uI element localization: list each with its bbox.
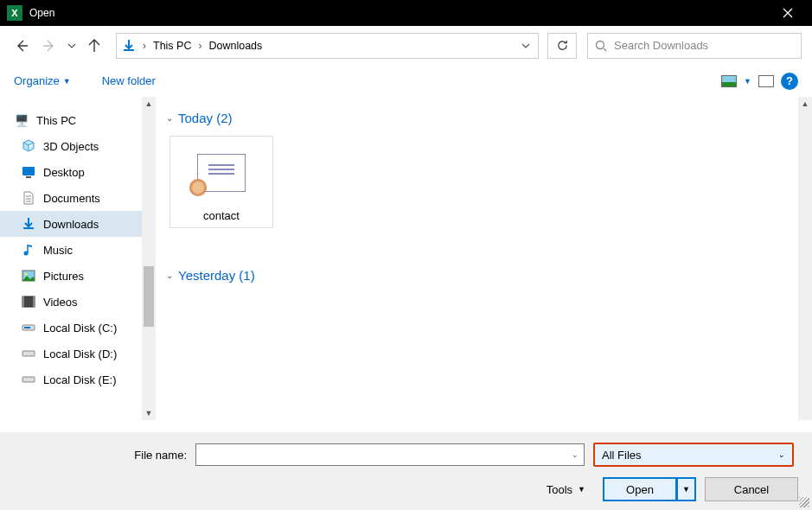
tree-local-disk-d[interactable]: Local Disk (D:) <box>0 341 156 367</box>
contact-file-icon <box>197 154 246 192</box>
file-name-input[interactable]: ⌄ <box>195 443 585 466</box>
close-icon <box>783 8 793 18</box>
chevron-down-icon <box>521 43 530 48</box>
new-folder-button[interactable]: New folder <box>102 74 156 87</box>
svg-point-7 <box>25 273 28 276</box>
organize-label: Organize <box>14 74 60 87</box>
tree-music[interactable]: Music <box>0 237 156 263</box>
breadcrumb-separator: › <box>141 40 148 52</box>
tools-menu[interactable]: Tools ▼ <box>547 483 585 496</box>
disk-icon <box>21 321 36 335</box>
downloads-folder-icon <box>120 37 137 54</box>
group-yesterday[interactable]: ⌄ Yesterday (1) <box>163 261 812 290</box>
scroll-thumb[interactable] <box>144 266 154 327</box>
content-scrollbar[interactable]: ▲ <box>798 97 812 420</box>
tree-label: Local Disk (C:) <box>43 322 117 335</box>
view-mode-button[interactable] <box>721 75 737 87</box>
file-list: ⌄ Today (2) contact ⌄ Yesterday (1) ▲ <box>156 97 812 420</box>
resize-grip[interactable] <box>799 497 809 507</box>
window-title: Open <box>29 7 54 19</box>
toolbar: Organize ▼ New folder ▼ ? <box>0 66 812 97</box>
breadcrumb-this-pc[interactable]: This PC <box>151 40 193 52</box>
recent-locations-button[interactable] <box>66 35 78 57</box>
tree-label: 3D Objects <box>43 140 99 153</box>
tree-desktop[interactable]: Desktop <box>0 159 156 185</box>
music-icon <box>21 243 36 257</box>
chevron-down-icon: ⌄ <box>166 113 173 123</box>
tools-label: Tools <box>547 483 572 496</box>
tree-label: Local Disk (E:) <box>43 373 117 386</box>
svg-point-5 <box>24 252 29 256</box>
svg-rect-2 <box>22 167 35 175</box>
search-placeholder: Search Downloads <box>614 39 708 52</box>
tree-pictures[interactable]: Pictures <box>0 263 156 289</box>
close-button[interactable] <box>770 0 805 26</box>
up-button[interactable] <box>83 35 105 57</box>
forward-button[interactable] <box>38 35 61 57</box>
svg-point-1 <box>597 41 604 48</box>
tree-videos[interactable]: Videos <box>0 289 156 315</box>
desktop-icon <box>21 165 36 179</box>
tree-label: Pictures <box>43 270 84 283</box>
breadcrumb-separator: › <box>196 40 203 52</box>
tree-label: Documents <box>43 192 100 205</box>
bottom-panel: File name: ⌄ All Files ⌄ Tools ▼ Open ▼ … <box>0 432 812 510</box>
file-name-label: File name: <box>14 449 187 462</box>
chevron-down-icon: ⌄ <box>778 450 785 459</box>
chevron-down-icon <box>67 43 76 48</box>
navigation-tree: 🖥️ This PC 3D Objects Desktop Documents … <box>0 97 156 420</box>
preview-pane-button[interactable] <box>758 75 774 87</box>
sidebar-scrollbar[interactable]: ▲ ▼ <box>142 97 156 420</box>
open-split-button[interactable]: ▼ <box>677 477 696 501</box>
chevron-down-icon: ⌄ <box>166 271 173 280</box>
svg-rect-8 <box>22 296 35 307</box>
arrow-left-icon <box>15 39 29 53</box>
tree-local-disk-e[interactable]: Local Disk (E:) <box>0 367 156 392</box>
caret-down-icon: ▼ <box>578 485 585 494</box>
refresh-button[interactable] <box>547 33 577 59</box>
back-button[interactable] <box>10 35 33 57</box>
cube-icon <box>21 139 36 153</box>
file-type-filter[interactable]: All Files ⌄ <box>593 443 794 467</box>
excel-app-icon: X <box>7 5 22 21</box>
scroll-up-icon: ▲ <box>142 97 156 111</box>
svg-rect-12 <box>24 327 30 328</box>
tree-label: Local Disk (D:) <box>43 347 117 360</box>
svg-rect-14 <box>22 377 35 382</box>
search-input[interactable]: Search Downloads <box>587 33 802 59</box>
group-today[interactable]: ⌄ Today (2) <box>163 104 812 132</box>
navigation-bar: › This PC › Downloads Search Downloads <box>0 26 812 66</box>
arrow-up-icon <box>87 39 101 53</box>
tree-label: Videos <box>43 296 78 309</box>
tree-this-pc[interactable]: 🖥️ This PC <box>0 107 156 133</box>
svg-rect-9 <box>22 296 24 307</box>
file-name-label: contact <box>203 209 240 227</box>
svg-rect-4 <box>23 227 34 229</box>
disk-icon <box>21 373 36 386</box>
cancel-button[interactable]: Cancel <box>705 477 798 501</box>
svg-rect-13 <box>22 351 35 356</box>
file-item-contact[interactable]: contact <box>169 136 273 228</box>
tree-3d-objects[interactable]: 3D Objects <box>0 133 156 159</box>
svg-rect-10 <box>33 296 35 307</box>
pc-icon: 🖥️ <box>14 113 29 127</box>
disk-icon <box>21 347 36 360</box>
open-label: Open <box>626 483 654 496</box>
svg-rect-0 <box>124 49 134 51</box>
scroll-up-icon: ▲ <box>798 97 812 111</box>
tree-documents[interactable]: Documents <box>0 185 156 211</box>
tree-local-disk-c[interactable]: Local Disk (C:) <box>0 315 156 341</box>
cancel-label: Cancel <box>734 483 769 496</box>
breadcrumb-downloads[interactable]: Downloads <box>207 40 264 52</box>
organize-menu[interactable]: Organize ▼ <box>14 74 71 87</box>
svg-rect-3 <box>26 176 31 178</box>
address-bar[interactable]: › This PC › Downloads <box>116 33 539 59</box>
arrow-right-icon <box>42 39 56 53</box>
tree-downloads[interactable]: Downloads <box>0 211 156 237</box>
help-button[interactable]: ? <box>781 73 798 90</box>
document-icon <box>21 191 36 205</box>
open-button[interactable]: Open <box>603 477 677 501</box>
tree-label: This PC <box>36 114 76 127</box>
pictures-icon <box>21 269 36 283</box>
address-dropdown[interactable] <box>517 41 534 50</box>
